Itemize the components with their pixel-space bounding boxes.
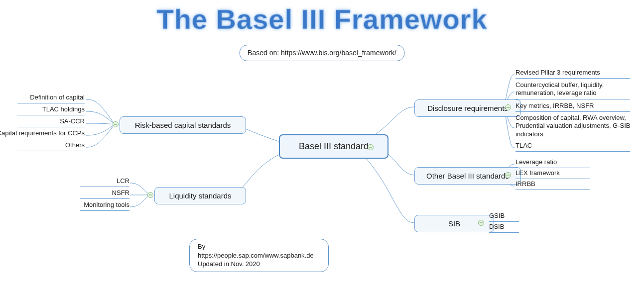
expand-icon[interactable] <box>147 192 153 198</box>
leaf-risk-1[interactable]: TLAC holdings <box>17 105 85 115</box>
leaf-risk-3[interactable]: Capital requirements for CCPs <box>0 129 85 139</box>
leaf-risk-2[interactable]: SA-CCR <box>17 117 85 127</box>
expand-icon[interactable] <box>505 172 511 178</box>
footer-line-1: By https://people.sap.com/www.sapbank.de <box>198 243 314 259</box>
leaf-dis-3[interactable]: Composition of capital, RWA overview, Pr… <box>515 114 634 140</box>
diagram-stage: The Basel III Framework Based on: https:… <box>0 0 644 284</box>
expand-icon[interactable] <box>478 220 484 226</box>
page-title: The Basel III Framework <box>0 3 644 35</box>
branch-risk[interactable]: Risk-based capital standards <box>120 116 246 134</box>
leaf-risk-4[interactable]: Others <box>17 141 85 151</box>
branch-liquidity[interactable]: Liquidity standards <box>154 187 246 204</box>
expand-icon[interactable] <box>505 104 511 110</box>
leaf-oth-2[interactable]: IRRBB <box>515 180 590 190</box>
footer-pill: By https://people.sap.com/www.sapbank.de… <box>189 239 329 272</box>
expand-icon[interactable] <box>113 121 119 127</box>
leaf-dis-4[interactable]: TLAC <box>515 142 630 152</box>
subtitle-pill: Based on: https://www.bis.org/basel_fram… <box>239 45 405 61</box>
leaf-dis-1[interactable]: Countercyclical buffer, liquidity, remun… <box>515 81 630 99</box>
leaf-dis-0[interactable]: Revised Pillar 3 requirements <box>515 69 630 79</box>
leaf-sib-0[interactable]: GSIB <box>489 212 519 222</box>
leaf-oth-1[interactable]: LEX framework <box>515 169 590 179</box>
leaf-dis-2[interactable]: Key metrics, IRRBB, NSFR <box>515 102 630 112</box>
leaf-risk-0[interactable]: Definition of capital <box>17 94 85 103</box>
footer-line-2: Updated in Nov. 2020 <box>198 260 260 268</box>
leaf-sib-1[interactable]: DSIB <box>489 223 519 233</box>
leaf-oth-0[interactable]: Leverage ratio <box>515 158 590 168</box>
expand-icon[interactable] <box>368 144 374 150</box>
leaf-liq-0[interactable]: LCR <box>80 177 129 187</box>
leaf-liq-2[interactable]: Monitoring tools <box>80 201 129 211</box>
leaf-liq-1[interactable]: NSFR <box>80 189 129 199</box>
